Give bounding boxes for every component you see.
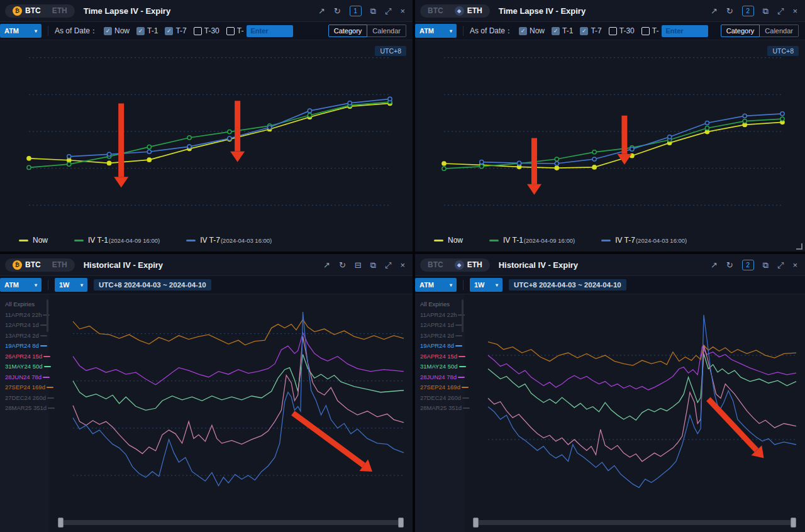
sidebar-all-expiries[interactable]: All Expiries: [420, 299, 461, 310]
expand-icon[interactable]: ⤢: [385, 261, 391, 269]
asof-checkbox-t-[interactable]: ✓T-: [226, 26, 244, 35]
expand-icon[interactable]: ⤢: [777, 7, 784, 15]
expiry-item[interactable]: 28MAR25 351d: [5, 403, 46, 414]
external-link-icon[interactable]: ↗: [711, 261, 718, 269]
expand-icon[interactable]: ⤢: [385, 7, 391, 15]
asof-checkbox-t-7[interactable]: ✓T-7: [165, 26, 186, 35]
refresh-icon[interactable]: ↻: [339, 261, 346, 269]
asset-toggle[interactable]: ₿BTC ETH: [5, 258, 75, 272]
expand-icon[interactable]: ⤢: [777, 261, 784, 269]
expiry-item[interactable]: 27DEC24 260d: [420, 393, 461, 404]
calendar-button[interactable]: Calendar: [760, 25, 799, 37]
time-range-slider[interactable]: [49, 513, 413, 532]
checkbox-box[interactable]: ✓: [226, 27, 235, 35]
checkbox-box[interactable]: ✓: [136, 27, 145, 35]
sidebar-all-expiries[interactable]: All Expiries: [5, 299, 46, 310]
duplicate-icon[interactable]: ⧉: [763, 261, 769, 269]
historical-chart[interactable]: [49, 294, 413, 513]
expiry-item[interactable]: 19APR24 8d: [420, 341, 461, 352]
expiry-item[interactable]: 19APR24 8d: [5, 341, 46, 352]
atm-dropdown[interactable]: ATM▾: [0, 278, 42, 292]
checkbox-box[interactable]: ✓: [194, 27, 202, 35]
asof-checkbox-t-7[interactable]: ✓T-7: [580, 26, 601, 35]
checkbox-box[interactable]: ✓: [552, 27, 560, 35]
expiry-item[interactable]: 26APR24 15d: [5, 352, 46, 362]
expiry-item[interactable]: 13APR24 2d: [5, 331, 46, 341]
asset-btc[interactable]: BTC: [422, 260, 449, 270]
asof-checkbox-now[interactable]: ✓Now: [104, 26, 130, 35]
period-dropdown[interactable]: 1W▾: [470, 278, 502, 292]
category-button[interactable]: Category: [721, 25, 760, 37]
asof-checkbox-t-30[interactable]: ✓T-30: [194, 26, 219, 35]
time-range-slider[interactable]: [464, 513, 805, 532]
external-link-icon[interactable]: ↗: [323, 261, 330, 269]
asset-eth[interactable]: ◆ETH: [449, 260, 488, 270]
expiry-item[interactable]: 12APR24 1d: [420, 320, 461, 331]
slider-handle-left[interactable]: [58, 518, 64, 528]
window-count-badge[interactable]: 2: [742, 260, 754, 270]
asof-checkbox-t-1[interactable]: ✓T-1: [136, 26, 158, 35]
asof-checkbox-t-[interactable]: ✓T-: [641, 26, 659, 35]
external-link-icon[interactable]: ↗: [711, 7, 718, 15]
duplicate-icon[interactable]: ⧉: [763, 7, 769, 15]
close-icon[interactable]: ×: [792, 7, 797, 15]
period-dropdown[interactable]: 1W▾: [55, 278, 87, 292]
atm-dropdown[interactable]: ATM▾: [0, 24, 42, 38]
refresh-icon[interactable]: ↻: [726, 261, 733, 269]
expiry-item[interactable]: 12APR24 1d: [5, 320, 46, 331]
expiry-item[interactable]: 28JUN24 78d: [5, 372, 46, 383]
legend-item[interactable]: IV T-1(2024-04-09 16:00): [74, 236, 160, 245]
asset-toggle[interactable]: BTC ◆ETH: [420, 4, 490, 18]
sidebar-scrollbar[interactable]: [462, 299, 464, 332]
expiry-item[interactable]: 27DEC24 260d: [5, 393, 46, 404]
checkbox-box[interactable]: ✓: [580, 27, 588, 35]
atm-dropdown[interactable]: ATM▾: [415, 278, 457, 292]
expiry-item[interactable]: 31MAY24 50d: [420, 362, 461, 372]
atm-dropdown[interactable]: ATM▾: [415, 24, 457, 38]
folder-icon[interactable]: ⊟: [355, 261, 362, 269]
category-button[interactable]: Category: [328, 25, 368, 37]
expiry-item[interactable]: 11APR24 22h: [5, 310, 46, 321]
asset-btc[interactable]: BTC: [422, 6, 449, 16]
panel-resize-grip[interactable]: [796, 243, 802, 250]
legend-item[interactable]: IV T-7(2024-04-03 16:00): [186, 236, 272, 245]
close-icon[interactable]: ×: [400, 261, 405, 269]
checkbox-box[interactable]: ✓: [104, 27, 112, 35]
legend-item[interactable]: IV T-7(2024-04-03 16:00): [601, 236, 687, 245]
asof-checkbox-now[interactable]: ✓Now: [519, 26, 545, 35]
asset-eth[interactable]: ETH: [47, 6, 73, 16]
asof-checkbox-t-30[interactable]: ✓T-30: [609, 26, 635, 35]
slider-handle-right[interactable]: [398, 518, 404, 528]
close-icon[interactable]: ×: [400, 7, 405, 15]
sidebar-scrollbar[interactable]: [47, 299, 48, 332]
asset-toggle[interactable]: BTC ◆ETH: [420, 258, 490, 272]
expiry-item[interactable]: 26APR24 15d: [420, 352, 461, 362]
asset-toggle[interactable]: ₿BTC ETH: [5, 4, 75, 18]
asof-checkbox-t-1[interactable]: ✓T-1: [552, 26, 573, 35]
time-lapse-chart[interactable]: [415, 40, 805, 229]
historical-chart[interactable]: [464, 294, 805, 513]
asset-eth[interactable]: ETH: [47, 260, 73, 270]
date-range-label[interactable]: UTC+8 2024-04-03 ~ 2024-04-10: [94, 279, 211, 291]
slider-handle-left[interactable]: [473, 518, 479, 528]
legend-item[interactable]: Now: [434, 236, 463, 245]
expiry-item[interactable]: 31MAY24 50d: [5, 362, 46, 372]
duplicate-icon[interactable]: ⧉: [370, 7, 376, 15]
duplicate-icon[interactable]: ⧉: [370, 261, 376, 269]
slider-track[interactable]: [474, 520, 795, 525]
asset-btc[interactable]: ₿BTC: [7, 260, 47, 270]
slider-track[interactable]: [59, 520, 402, 525]
refresh-icon[interactable]: ↻: [334, 7, 341, 15]
t-minus-days-input[interactable]: [662, 25, 708, 37]
asset-eth[interactable]: ◆ETH: [449, 6, 488, 16]
calendar-button[interactable]: Calendar: [367, 25, 406, 37]
asset-btc[interactable]: ₿BTC: [7, 6, 47, 16]
close-icon[interactable]: ×: [792, 261, 797, 269]
window-count-badge[interactable]: 1: [350, 6, 362, 16]
expiry-item[interactable]: 28JUN24 78d: [420, 372, 461, 383]
external-link-icon[interactable]: ↗: [318, 7, 325, 15]
legend-item[interactable]: Now: [19, 236, 48, 245]
expiry-item[interactable]: 27SEP24 169d: [5, 382, 46, 393]
expiry-item[interactable]: 27SEP24 169d: [420, 382, 461, 393]
window-count-badge[interactable]: 2: [742, 6, 754, 16]
